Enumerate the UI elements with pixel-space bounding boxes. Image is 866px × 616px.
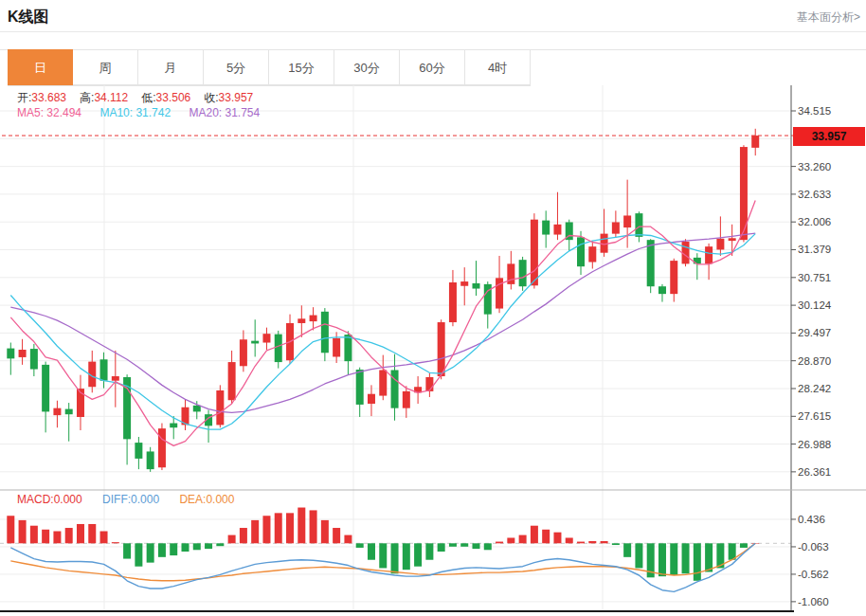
svg-text:28.242: 28.242 bbox=[798, 383, 831, 394]
kline-page: { "header": { "title": "K线图", "link": "基… bbox=[0, 0, 866, 616]
svg-text:26.988: 26.988 bbox=[798, 439, 831, 450]
ma-lines bbox=[10, 201, 755, 446]
open-value: 33.683 bbox=[31, 91, 66, 104]
ma-legend: MA5: 32.494 MA10: 31.742 MA20: 31.754 bbox=[17, 106, 275, 119]
svg-text:-1.060: -1.060 bbox=[798, 596, 829, 607]
open-label: 开: bbox=[17, 91, 31, 104]
svg-text:33.260: 33.260 bbox=[798, 161, 831, 172]
grid-lines bbox=[0, 85, 791, 611]
svg-text:34.515: 34.515 bbox=[798, 105, 831, 117]
dea-value: DEA:0.000 bbox=[179, 493, 234, 506]
close-label: 收: bbox=[204, 91, 218, 104]
ohlc-row: 开:33.683高:34.112低:33.506收:33.957 bbox=[17, 90, 266, 106]
ma20-value: MA20: 31.754 bbox=[189, 106, 260, 119]
svg-text:26.361: 26.361 bbox=[798, 466, 831, 478]
high-label: 高: bbox=[80, 91, 94, 104]
svg-text:27.615: 27.615 bbox=[798, 410, 831, 422]
macd-histogram bbox=[7, 508, 759, 581]
svg-text:32.633: 32.633 bbox=[798, 189, 831, 200]
svg-text:28.870: 28.870 bbox=[798, 355, 831, 367]
high-value: 34.112 bbox=[94, 91, 128, 104]
svg-text:30.751: 30.751 bbox=[798, 272, 831, 283]
axis: 34.51533.26032.63332.00631.37930.75130.1… bbox=[0, 85, 866, 611]
svg-text:32.006: 32.006 bbox=[798, 216, 831, 227]
macd-value: MACD:0.000 bbox=[17, 493, 82, 506]
svg-text:-0.562: -0.562 bbox=[798, 569, 829, 580]
low-value: 33.506 bbox=[156, 91, 191, 104]
close-value: 33.957 bbox=[219, 91, 254, 104]
low-label: 低: bbox=[141, 91, 155, 104]
svg-text:31.379: 31.379 bbox=[798, 244, 831, 255]
current-price-badge: 33.957 bbox=[793, 127, 865, 146]
ma10-value: MA10: 31.742 bbox=[99, 106, 171, 119]
svg-text:0.436: 0.436 bbox=[798, 514, 825, 525]
candlesticks bbox=[7, 129, 759, 472]
ma5-value: MA5: 32.494 bbox=[17, 106, 81, 119]
svg-text:-0.063: -0.063 bbox=[798, 541, 829, 553]
macd-legend: MACD:0.000 DIFF:0.000 DEA:0.000 bbox=[17, 493, 251, 506]
svg-text:29.497: 29.497 bbox=[798, 327, 831, 338]
svg-text:30.124: 30.124 bbox=[798, 299, 832, 311]
diff-value: DIFF:0.000 bbox=[102, 493, 159, 506]
